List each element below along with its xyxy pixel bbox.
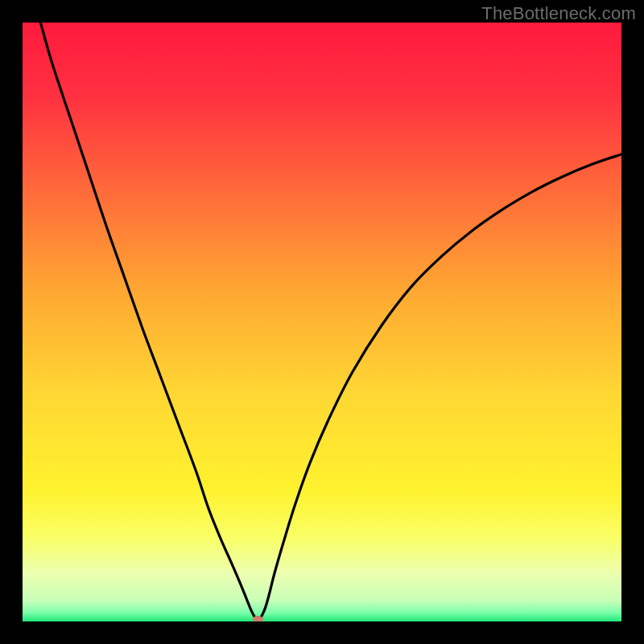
chart-frame <box>23 23 621 621</box>
bottleneck-chart <box>23 23 621 621</box>
gradient-background <box>23 23 621 621</box>
watermark-text: TheBottleneck.com <box>481 3 636 24</box>
